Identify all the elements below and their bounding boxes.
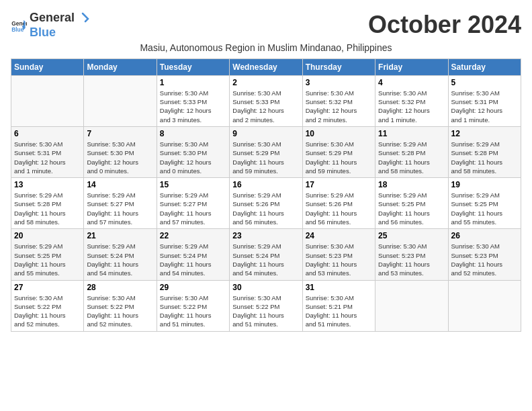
day-number: 29: [160, 283, 226, 292]
day-info: Sunrise: 5:30 AM Sunset: 5:21 PM Dayligh…: [306, 293, 372, 329]
day-info: Sunrise: 5:30 AM Sunset: 5:23 PM Dayligh…: [306, 242, 372, 277]
day-info: Sunrise: 5:30 AM Sunset: 5:29 PM Dayligh…: [232, 140, 299, 175]
day-number: 21: [87, 231, 153, 240]
day-info: Sunrise: 5:30 AM Sunset: 5:22 PM Dayligh…: [14, 293, 81, 329]
day-number: 5: [451, 78, 518, 87]
calendar-day-cell: 25Sunrise: 5:30 AM Sunset: 5:23 PM Dayli…: [375, 229, 448, 280]
calendar-day-cell: 20Sunrise: 5:29 AM Sunset: 5:25 PM Dayli…: [11, 229, 84, 280]
day-info: Sunrise: 5:30 AM Sunset: 5:32 PM Dayligh…: [306, 89, 372, 124]
calendar-subtitle: Masiu, Autonomous Region in Muslim Minda…: [11, 42, 521, 53]
day-info: Sunrise: 5:30 AM Sunset: 5:33 PM Dayligh…: [160, 89, 226, 124]
calendar-day-cell: 3Sunrise: 5:30 AM Sunset: 5:32 PM Daylig…: [302, 75, 375, 126]
calendar-day-cell: 13Sunrise: 5:29 AM Sunset: 5:28 PM Dayli…: [11, 178, 84, 229]
day-number: 9: [232, 129, 299, 138]
day-info: Sunrise: 5:30 AM Sunset: 5:23 PM Dayligh…: [451, 242, 518, 277]
calendar-day-cell: 5Sunrise: 5:30 AM Sunset: 5:31 PM Daylig…: [448, 75, 521, 126]
day-info: Sunrise: 5:29 AM Sunset: 5:25 PM Dayligh…: [451, 191, 518, 226]
calendar-week-row: 20Sunrise: 5:29 AM Sunset: 5:25 PM Dayli…: [11, 229, 521, 280]
calendar-day-header: Tuesday: [157, 58, 229, 75]
day-info: Sunrise: 5:29 AM Sunset: 5:24 PM Dayligh…: [87, 242, 153, 277]
calendar-day-header: Sunday: [11, 58, 84, 75]
day-info: Sunrise: 5:30 AM Sunset: 5:32 PM Dayligh…: [378, 89, 445, 124]
calendar-day-cell: 18Sunrise: 5:29 AM Sunset: 5:25 PM Dayli…: [375, 178, 448, 229]
day-info: Sunrise: 5:29 AM Sunset: 5:27 PM Dayligh…: [160, 191, 226, 226]
month-title: October 2024: [368, 11, 521, 39]
day-number: 14: [87, 180, 153, 189]
calendar-day-cell: 17Sunrise: 5:29 AM Sunset: 5:26 PM Dayli…: [302, 178, 375, 229]
calendar-day-cell: 14Sunrise: 5:29 AM Sunset: 5:27 PM Dayli…: [84, 178, 157, 229]
day-number: 8: [160, 129, 226, 138]
calendar-day-cell: 10Sunrise: 5:30 AM Sunset: 5:29 PM Dayli…: [302, 126, 375, 177]
logo-wave-icon: [76, 12, 89, 26]
day-number: 10: [306, 129, 372, 138]
day-number: 25: [378, 231, 445, 240]
day-info: Sunrise: 5:29 AM Sunset: 5:24 PM Dayligh…: [232, 242, 299, 277]
day-number: 30: [232, 283, 299, 292]
day-info: Sunrise: 5:29 AM Sunset: 5:28 PM Dayligh…: [451, 140, 518, 175]
calendar-day-header: Wednesday: [230, 58, 302, 75]
logo-blue-text: Blue: [30, 26, 56, 39]
calendar-day-cell: [448, 280, 521, 331]
day-info: Sunrise: 5:30 AM Sunset: 5:22 PM Dayligh…: [87, 293, 153, 329]
calendar-day-cell: 8Sunrise: 5:30 AM Sunset: 5:30 PM Daylig…: [157, 126, 229, 177]
calendar-day-cell: 29Sunrise: 5:30 AM Sunset: 5:22 PM Dayli…: [157, 280, 229, 331]
day-info: Sunrise: 5:29 AM Sunset: 5:28 PM Dayligh…: [378, 140, 445, 175]
calendar-day-cell: 1Sunrise: 5:30 AM Sunset: 5:33 PM Daylig…: [157, 75, 229, 126]
calendar-day-cell: 28Sunrise: 5:30 AM Sunset: 5:22 PM Dayli…: [84, 280, 157, 331]
calendar-day-cell: 7Sunrise: 5:30 AM Sunset: 5:30 PM Daylig…: [84, 126, 157, 177]
day-info: Sunrise: 5:29 AM Sunset: 5:26 PM Dayligh…: [232, 191, 299, 226]
day-number: 19: [451, 180, 518, 189]
day-number: 12: [451, 129, 518, 138]
day-info: Sunrise: 5:29 AM Sunset: 5:28 PM Dayligh…: [14, 191, 81, 226]
day-info: Sunrise: 5:30 AM Sunset: 5:30 PM Dayligh…: [160, 140, 226, 175]
day-info: Sunrise: 5:30 AM Sunset: 5:33 PM Dayligh…: [232, 89, 299, 124]
day-number: 27: [14, 283, 81, 292]
day-info: Sunrise: 5:30 AM Sunset: 5:22 PM Dayligh…: [160, 293, 226, 329]
day-info: Sunrise: 5:29 AM Sunset: 5:25 PM Dayligh…: [378, 191, 445, 226]
day-number: 22: [160, 231, 226, 240]
logo-icon: General Blue: [11, 17, 27, 33]
calendar-day-cell: 4Sunrise: 5:30 AM Sunset: 5:32 PM Daylig…: [375, 75, 448, 126]
day-number: 6: [14, 129, 81, 138]
day-number: 18: [378, 180, 445, 189]
day-info: Sunrise: 5:29 AM Sunset: 5:24 PM Dayligh…: [160, 242, 226, 277]
day-number: 28: [87, 283, 153, 292]
calendar-day-cell: 9Sunrise: 5:30 AM Sunset: 5:29 PM Daylig…: [230, 126, 302, 177]
logo-general-text: General: [30, 11, 75, 24]
calendar-header-row: SundayMondayTuesdayWednesdayThursdayFrid…: [11, 58, 521, 75]
calendar-day-cell: 16Sunrise: 5:29 AM Sunset: 5:26 PM Dayli…: [230, 178, 302, 229]
header: General Blue General Blue October 2024: [11, 11, 521, 40]
day-number: 20: [14, 231, 81, 240]
day-info: Sunrise: 5:29 AM Sunset: 5:25 PM Dayligh…: [14, 242, 81, 277]
calendar-day-header: Friday: [375, 58, 448, 75]
calendar-day-cell: 11Sunrise: 5:29 AM Sunset: 5:28 PM Dayli…: [375, 126, 448, 177]
day-number: 7: [87, 129, 153, 138]
calendar-day-cell: [84, 75, 157, 126]
day-info: Sunrise: 5:30 AM Sunset: 5:30 PM Dayligh…: [87, 140, 153, 175]
day-number: 4: [378, 78, 445, 87]
day-number: 24: [306, 231, 372, 240]
calendar-week-row: 6Sunrise: 5:30 AM Sunset: 5:31 PM Daylig…: [11, 126, 521, 177]
day-number: 31: [306, 283, 372, 292]
calendar-day-cell: 2Sunrise: 5:30 AM Sunset: 5:33 PM Daylig…: [230, 75, 302, 126]
calendar-day-cell: 24Sunrise: 5:30 AM Sunset: 5:23 PM Dayli…: [302, 229, 375, 280]
calendar-day-cell: 30Sunrise: 5:30 AM Sunset: 5:22 PM Dayli…: [230, 280, 302, 331]
day-info: Sunrise: 5:29 AM Sunset: 5:26 PM Dayligh…: [306, 191, 372, 226]
calendar-day-cell: 12Sunrise: 5:29 AM Sunset: 5:28 PM Dayli…: [448, 126, 521, 177]
day-number: 3: [306, 78, 372, 87]
day-number: 23: [232, 231, 299, 240]
calendar-day-header: Saturday: [448, 58, 521, 75]
day-info: Sunrise: 5:30 AM Sunset: 5:31 PM Dayligh…: [451, 89, 518, 124]
day-info: Sunrise: 5:30 AM Sunset: 5:22 PM Dayligh…: [232, 293, 299, 329]
day-number: 15: [160, 180, 226, 189]
calendar-day-cell: 23Sunrise: 5:29 AM Sunset: 5:24 PM Dayli…: [230, 229, 302, 280]
day-info: Sunrise: 5:30 AM Sunset: 5:29 PM Dayligh…: [306, 140, 372, 175]
day-number: 11: [378, 129, 445, 138]
calendar-day-cell: 6Sunrise: 5:30 AM Sunset: 5:31 PM Daylig…: [11, 126, 84, 177]
day-number: 13: [14, 180, 81, 189]
calendar-week-row: 27Sunrise: 5:30 AM Sunset: 5:22 PM Dayli…: [11, 280, 521, 331]
calendar-day-cell: 21Sunrise: 5:29 AM Sunset: 5:24 PM Dayli…: [84, 229, 157, 280]
calendar-day-cell: 27Sunrise: 5:30 AM Sunset: 5:22 PM Dayli…: [11, 280, 84, 331]
day-info: Sunrise: 5:30 AM Sunset: 5:31 PM Dayligh…: [14, 140, 81, 175]
logo: General Blue General Blue: [11, 11, 91, 40]
